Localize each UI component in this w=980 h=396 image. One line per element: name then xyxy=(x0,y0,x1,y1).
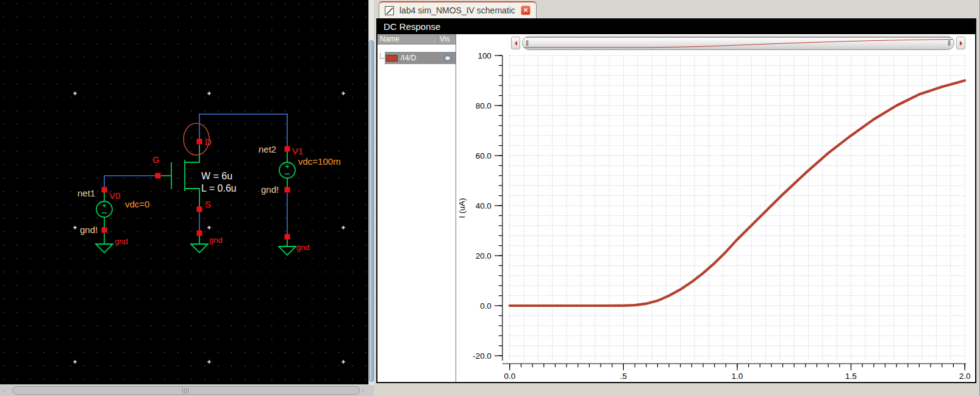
x-range-slider-thumb[interactable]: ‖ ‖ xyxy=(522,36,954,50)
x-tick-label: .5 xyxy=(620,372,627,381)
pin-mid-gnd[interactable] xyxy=(197,231,202,236)
schematic-doc-icon xyxy=(385,6,394,15)
tree-branch-icon xyxy=(377,52,385,64)
x-tick-label: 2.0 xyxy=(959,372,971,381)
schematic-horizontal-scrollbar-thumb[interactable] xyxy=(12,386,360,395)
plot-area: ‖ ‖ 10080.060.040.020.00.0-20.00.0.51.01… xyxy=(456,34,975,382)
plot-canvas[interactable]: 10080.060.040.020.00.0-20.00.0.51.01.52.… xyxy=(456,34,975,382)
y-tick-label: 0.0 xyxy=(480,301,492,311)
schematic-vertical-scrollbar-thumb[interactable] xyxy=(369,40,374,382)
desktop: G D S W = 6u L = 0.6u gnd net1 V0 vdc=0 … xyxy=(0,0,980,396)
source-label: S xyxy=(205,199,211,209)
slider-grip-left-icon[interactable]: ‖ xyxy=(526,38,529,48)
v1-param-label: vdc=100m xyxy=(298,156,341,167)
y-tick-label: 40.0 xyxy=(476,201,492,211)
y-axis-title: I (uA) xyxy=(457,198,467,218)
scroll-left-arrow-icon[interactable]: ‹ xyxy=(2,386,5,395)
tab-lab4-sim-nmos-iv[interactable]: lab4 sim_NMOS_IV schematic ✕ xyxy=(379,1,537,18)
tab-title: lab4 sim_NMOS_IV schematic xyxy=(399,5,515,15)
visibility-eye-icon[interactable] xyxy=(443,56,452,61)
y-tick-label: 20.0 xyxy=(476,251,492,261)
column-vis: Vis xyxy=(437,35,456,43)
pin-v0-gnd[interactable] xyxy=(102,228,107,233)
tab-close-button[interactable]: ✕ xyxy=(521,5,531,15)
mosfet-length-annotation: L = 0.6u xyxy=(201,183,237,193)
waveform-window: lab4 sim_NMOS_IV schematic ✕ DC Response… xyxy=(374,0,980,396)
trace-color-swatch xyxy=(386,55,398,62)
left-arrow-icon xyxy=(512,41,517,46)
mid-gnd-label: gnd xyxy=(209,236,223,245)
overview-trace xyxy=(523,37,954,49)
y-tick-label: 80.0 xyxy=(476,101,492,110)
pin-net1[interactable] xyxy=(102,187,107,193)
pin-drain[interactable] xyxy=(197,139,202,145)
v0-param-label: vdc=0 xyxy=(125,199,149,209)
schematic-horizontal-scrollbar[interactable]: ‹ › xyxy=(0,384,374,396)
schematic-vertical-scrollbar[interactable] xyxy=(368,0,374,384)
scroll-right-arrow-icon[interactable]: › xyxy=(362,386,364,395)
v1-gnd-label: gnd xyxy=(296,243,310,252)
x-range-slider[interactable]: ‖ ‖ xyxy=(511,36,965,50)
dc-response-panel: DC Response Name Vis /I4/D xyxy=(376,18,976,383)
v1-gnd-net-label: gnd! xyxy=(261,184,279,195)
pin-source[interactable] xyxy=(197,207,202,212)
net1-label: net1 xyxy=(77,188,95,198)
plot-title-bar: DC Response xyxy=(377,20,975,34)
drain-label: D xyxy=(205,137,212,147)
pin-net2[interactable] xyxy=(285,146,290,152)
schematic-canvas[interactable]: G D S W = 6u L = 0.6u gnd net1 V0 vdc=0 … xyxy=(0,0,368,384)
gate-label: G xyxy=(152,154,160,165)
slider-right-arrow-button[interactable] xyxy=(956,37,965,49)
right-arrow-icon xyxy=(960,41,965,46)
signal-tree-header: Name Vis xyxy=(377,34,456,45)
v1-instance-label: V1 xyxy=(292,146,303,156)
y-tick-label: 100 xyxy=(477,51,491,60)
pin-right-gnd[interactable] xyxy=(285,234,290,240)
v0-gnd-net-label: gnd! xyxy=(80,225,98,235)
y-tick-label: 60.0 xyxy=(476,151,492,160)
pin-v1-gnd[interactable] xyxy=(285,187,290,193)
slider-grip-right-icon[interactable]: ‖ xyxy=(948,38,951,48)
slider-left-arrow-button[interactable] xyxy=(511,37,520,49)
signal-name: /I4/D xyxy=(401,54,440,62)
plot-title: DC Response xyxy=(384,21,440,32)
x-tick-label: 1.5 xyxy=(845,372,857,381)
schematic-grid-marks xyxy=(0,0,368,384)
x-tick-label: 0.0 xyxy=(504,372,515,381)
signal-tree-panel: Name Vis /I4/D xyxy=(377,34,456,382)
y-tick-label: -20.0 xyxy=(473,351,492,361)
tab-bar: lab4 sim_NMOS_IV schematic ✕ xyxy=(374,0,979,18)
net2-label: net2 xyxy=(259,144,276,154)
signal-row[interactable]: /I4/D xyxy=(377,52,456,64)
x-tick-label: 1.0 xyxy=(732,372,743,381)
schematic-window: G D S W = 6u L = 0.6u gnd net1 V0 vdc=0 … xyxy=(0,0,374,396)
v0-instance-label: V0 xyxy=(109,190,120,201)
pin-gate[interactable] xyxy=(156,173,161,179)
scrollbar-grip-icon xyxy=(182,388,190,394)
v0-gnd-label: gnd xyxy=(115,237,128,246)
column-name: Name xyxy=(377,35,437,43)
mosfet-width-annotation: W = 6u xyxy=(201,171,232,181)
